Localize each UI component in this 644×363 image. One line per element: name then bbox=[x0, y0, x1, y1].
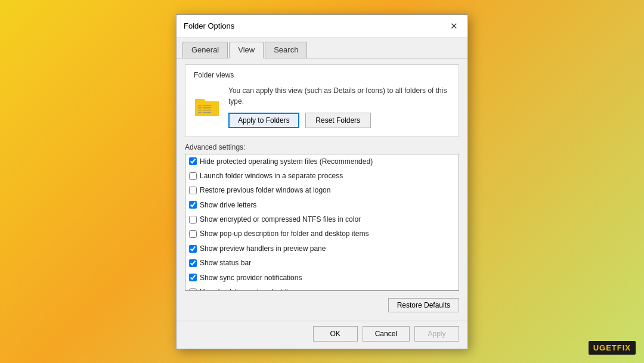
label-launch-separate: Launch folder windows in a separate proc… bbox=[200, 170, 343, 182]
label-use-checkboxes: Use check boxes to select items bbox=[200, 286, 302, 290]
restore-defaults-row: Restore Defaults bbox=[185, 298, 459, 312]
list-item: Show pop-up description for folder and d… bbox=[185, 227, 459, 241]
folder-options-dialog: Folder Options ✕ General View Search Fol… bbox=[176, 14, 468, 349]
advanced-label: Advanced settings: bbox=[185, 143, 459, 151]
close-button[interactable]: ✕ bbox=[447, 20, 460, 33]
folder-views-right: You can apply this view (such as Details… bbox=[228, 85, 450, 128]
list-item: Show status bar bbox=[185, 256, 459, 270]
svg-rect-4 bbox=[198, 107, 202, 108]
dialog-footer: OK Cancel Apply bbox=[177, 321, 467, 349]
apply-button[interactable]: Apply bbox=[414, 326, 459, 342]
label-restore-prev: Restore previous folder windows at logon bbox=[200, 184, 330, 196]
ok-button[interactable]: OK bbox=[313, 326, 358, 342]
label-show-sync: Show sync provider notifications bbox=[200, 272, 302, 284]
list-item: Show sync provider notifications bbox=[185, 271, 459, 285]
folder-views-section: Folder views bbox=[185, 64, 459, 137]
svg-rect-9 bbox=[203, 112, 211, 113]
list-item: Show preview handlers in preview pane bbox=[185, 241, 459, 256]
checkbox-hide-protected[interactable] bbox=[189, 157, 197, 165]
title-bar: Folder Options ✕ bbox=[177, 15, 467, 38]
list-item: Show encrypted or compressed NTFS files … bbox=[185, 212, 459, 227]
svg-rect-6 bbox=[198, 110, 202, 111]
svg-rect-8 bbox=[198, 112, 202, 113]
ugetfix-badge: UGETFIX bbox=[589, 341, 636, 355]
checkbox-show-encrypted[interactable] bbox=[189, 216, 197, 224]
advanced-settings-list[interactable]: Hide protected operating system files (R… bbox=[185, 154, 459, 291]
checkbox-show-preview[interactable] bbox=[189, 245, 197, 253]
cancel-button[interactable]: Cancel bbox=[363, 326, 410, 342]
checkbox-show-sync[interactable] bbox=[189, 274, 197, 281]
svg-rect-5 bbox=[203, 107, 211, 108]
svg-rect-3 bbox=[203, 105, 211, 106]
label-show-encrypted: Show encrypted or compressed NTFS files … bbox=[200, 213, 361, 225]
folder-views-buttons: Apply to Folders Reset Folders bbox=[228, 113, 450, 128]
reset-folders-button[interactable]: Reset Folders bbox=[305, 113, 371, 128]
label-show-drive: Show drive letters bbox=[200, 199, 256, 211]
folder-views-title: Folder views bbox=[194, 71, 450, 79]
list-item: Hide protected operating system files (R… bbox=[185, 154, 459, 169]
checkbox-use-checkboxes[interactable] bbox=[189, 288, 197, 291]
checkbox-restore-prev[interactable] bbox=[189, 187, 197, 194]
advanced-settings-section: Advanced settings: Hide protected operat… bbox=[185, 143, 459, 291]
tab-search[interactable]: Search bbox=[265, 42, 307, 58]
folder-views-content: You can apply this view (such as Details… bbox=[194, 85, 450, 128]
restore-defaults-button[interactable]: Restore Defaults bbox=[388, 298, 459, 312]
list-item: Use check boxes to select items bbox=[185, 285, 459, 290]
checkbox-launch-separate[interactable] bbox=[189, 172, 197, 180]
dialog-title: Folder Options bbox=[184, 21, 234, 30]
label-show-popup: Show pop-up description for folder and d… bbox=[200, 228, 369, 240]
checkbox-show-popup[interactable] bbox=[189, 230, 197, 238]
tab-bar: General View Search bbox=[177, 38, 467, 58]
list-item: Show drive letters bbox=[185, 198, 459, 212]
folder-icon bbox=[194, 96, 220, 117]
label-show-status: Show status bar bbox=[200, 257, 251, 269]
tab-view[interactable]: View bbox=[229, 42, 264, 58]
folder-views-description: You can apply this view (such as Details… bbox=[228, 85, 450, 107]
svg-rect-1 bbox=[195, 102, 219, 116]
svg-rect-7 bbox=[203, 110, 211, 111]
dialog-body: Folder views bbox=[177, 58, 467, 321]
list-item: Launch folder windows in a separate proc… bbox=[185, 169, 459, 183]
checkbox-show-status[interactable] bbox=[189, 259, 197, 267]
list-item: Restore previous folder windows at logon bbox=[185, 183, 459, 197]
label-hide-protected: Hide protected operating system files (R… bbox=[200, 156, 373, 167]
checkbox-show-drive[interactable] bbox=[189, 201, 197, 209]
tab-general[interactable]: General bbox=[182, 42, 228, 58]
label-show-preview: Show preview handlers in preview pane bbox=[200, 243, 326, 255]
svg-rect-2 bbox=[198, 105, 202, 106]
apply-to-folders-button[interactable]: Apply to Folders bbox=[228, 113, 299, 128]
